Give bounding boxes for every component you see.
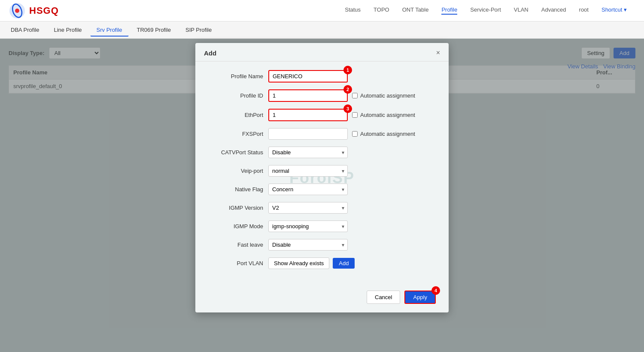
profile-name-row: Profile Name 1: [208, 70, 436, 83]
fxsport-auto-checkbox[interactable]: [352, 131, 358, 137]
main-content: Display Type: All Profile Name Prof... s…: [0, 39, 644, 352]
badge-3: 3: [343, 104, 352, 113]
modal-title: Add: [204, 49, 216, 57]
igmpmode-row: IGMP Mode igmp-snooping igmp-proxy: [208, 220, 436, 232]
modal-body: ForoISP Profile Name 1 Profile ID 2: [195, 61, 449, 285]
add-vlan-button[interactable]: Add: [333, 258, 355, 269]
veipport-select[interactable]: normal other: [268, 165, 348, 177]
nav-status[interactable]: Status: [345, 6, 361, 15]
logo-area: HSGQ: [9, 2, 59, 19]
nav-profile[interactable]: Profile: [441, 6, 457, 15]
apply-button[interactable]: Apply: [404, 291, 436, 304]
catvport-select-wrapper: Disable Enable: [268, 147, 348, 158]
ethport-row: EthPort 3 Automatic assignment: [208, 109, 436, 121]
modal-footer: Cancel Apply 4: [195, 285, 449, 312]
ethport-auto-label: Automatic assignment: [352, 112, 415, 118]
svg-point-2: [15, 9, 19, 13]
nativeflag-label: Native Flag: [208, 186, 268, 193]
sub-nav: DBA Profile Line Profile Srv Profile TR0…: [0, 21, 644, 39]
ethport-auto-checkbox[interactable]: [352, 112, 358, 118]
tab-sip-profile[interactable]: SIP Profile: [179, 24, 218, 36]
logo-text: HSGQ: [29, 5, 59, 16]
modal-overlay: Add × ForoISP Profile Name 1 Profile ID: [0, 39, 644, 352]
igmpversion-select-wrapper: V1 V2 V3: [268, 202, 348, 214]
profile-id-row: Profile ID 2 Automatic assignment: [208, 89, 436, 102]
tab-srv-profile[interactable]: Srv Profile: [90, 24, 129, 37]
nav-root[interactable]: root: [579, 6, 589, 15]
nativeflag-row: Native Flag Concern Other: [208, 184, 436, 195]
nav-service-port[interactable]: Service-Port: [470, 6, 501, 15]
nav-topo[interactable]: TOPO: [374, 6, 389, 15]
badge-2: 2: [343, 85, 352, 94]
fxsport-input[interactable]: [268, 128, 348, 140]
fxsport-label: FXSPort: [208, 131, 268, 137]
top-nav: HSGQ Status TOPO ONT Table Profile Servi…: [0, 0, 644, 21]
ethport-input[interactable]: [268, 109, 348, 121]
badge-4: 4: [431, 286, 440, 295]
profile-id-auto-checkbox[interactable]: [352, 93, 358, 98]
close-button[interactable]: ×: [436, 49, 440, 57]
profile-id-auto-label: Automatic assignment: [352, 92, 415, 99]
profile-id-wrapper: 2: [268, 89, 348, 102]
igmpmode-select[interactable]: igmp-snooping igmp-proxy: [268, 220, 348, 232]
igmpmode-label: IGMP Mode: [208, 223, 268, 230]
catvport-select[interactable]: Disable Enable: [268, 147, 348, 158]
nativeflag-select[interactable]: Concern Other: [268, 184, 348, 195]
catvport-row: CATVPort Status Disable Enable: [208, 147, 436, 158]
tab-tr069-profile[interactable]: TR069 Profile: [131, 24, 177, 36]
nativeflag-select-wrapper: Concern Other: [268, 184, 348, 195]
apply-wrapper: Apply 4: [404, 291, 436, 304]
logo-icon: [9, 2, 26, 19]
port-vlan-label: Port VLAN: [208, 260, 268, 266]
ethport-label: EthPort: [208, 112, 268, 118]
fxsport-auto-label: Automatic assignment: [352, 131, 415, 137]
fastleave-label: Fast leave: [208, 242, 268, 248]
profile-name-input[interactable]: [268, 70, 348, 83]
profile-name-wrapper: 1: [268, 70, 348, 83]
profile-id-label: Profile ID: [208, 92, 268, 99]
badge-1: 1: [343, 66, 352, 74]
veipport-row: Veip-port normal other: [208, 165, 436, 177]
add-modal: Add × ForoISP Profile Name 1 Profile ID: [195, 43, 449, 312]
fastleave-select-wrapper: Disable Enable: [268, 239, 348, 251]
tab-line-profile[interactable]: Line Profile: [47, 24, 88, 36]
igmpmode-select-wrapper: igmp-snooping igmp-proxy: [268, 220, 348, 232]
igmpversion-select[interactable]: V1 V2 V3: [268, 202, 348, 214]
nav-vlan[interactable]: VLAN: [514, 6, 529, 15]
nav-advanced[interactable]: Advanced: [541, 6, 566, 15]
port-vlan-row: Port VLAN Show Already exists Add: [208, 257, 436, 269]
show-already-button[interactable]: Show Already exists: [268, 257, 329, 269]
profile-id-input[interactable]: [268, 89, 348, 102]
profile-name-label: Profile Name: [208, 73, 268, 80]
fastleave-select[interactable]: Disable Enable: [268, 239, 348, 251]
modal-header: Add ×: [195, 43, 449, 61]
nav-shortcut[interactable]: Shortcut ▾: [601, 6, 627, 15]
catvport-label: CATVPort Status: [208, 149, 268, 156]
nav-ont-table[interactable]: ONT Table: [402, 6, 429, 15]
nav-links: Status TOPO ONT Table Profile Service-Po…: [76, 6, 635, 15]
igmpversion-label: IGMP Version: [208, 205, 268, 211]
veipport-select-wrapper: normal other: [268, 165, 348, 177]
igmpversion-row: IGMP Version V1 V2 V3: [208, 202, 436, 214]
veipport-label: Veip-port: [208, 168, 268, 174]
tab-dba-profile[interactable]: DBA Profile: [4, 24, 46, 36]
ethport-wrapper: 3: [268, 109, 348, 121]
fastleave-row: Fast leave Disable Enable: [208, 239, 436, 251]
cancel-button[interactable]: Cancel: [367, 291, 400, 304]
fxsport-row: FXSPort Automatic assignment: [208, 128, 436, 140]
